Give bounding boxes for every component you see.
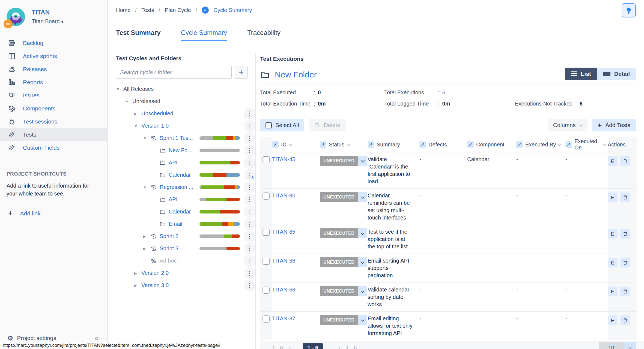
tree-node-label[interactable]: Calendar bbox=[169, 209, 191, 215]
tree-node-label[interactable]: Unreleased bbox=[132, 98, 160, 104]
test-id-link[interactable]: TITAN-68 bbox=[272, 287, 295, 293]
row-checkbox[interactable] bbox=[263, 192, 270, 200]
tree-node-label[interactable]: Version 2.0 bbox=[141, 270, 169, 276]
execute-button[interactable]: E bbox=[608, 192, 618, 202]
kebab-menu-button[interactable]: ⋮ bbox=[244, 230, 256, 242]
sidebar-item-backlog[interactable]: Backlog bbox=[0, 37, 107, 50]
tree-node-label[interactable]: Calendar bbox=[169, 172, 191, 178]
pin-column-icon[interactable] bbox=[467, 141, 474, 148]
status-dropdown[interactable] bbox=[358, 156, 367, 166]
test-id-link[interactable]: TITAN-80 bbox=[272, 192, 295, 198]
status-label[interactable]: UNEXECUTED bbox=[320, 257, 358, 267]
column-header-actions[interactable]: Actions bbox=[608, 142, 637, 148]
execute-button[interactable]: E bbox=[608, 156, 618, 166]
select-all-checkbox[interactable] bbox=[266, 122, 272, 128]
sidebar-item-custom-fields[interactable]: Custom Fields bbox=[0, 141, 107, 154]
sort-chevron-icon[interactable] bbox=[288, 142, 292, 146]
status-label[interactable]: UNEXECUTED bbox=[320, 286, 358, 296]
status-dropdown[interactable] bbox=[358, 257, 367, 267]
delete-button[interactable]: Delete bbox=[309, 119, 346, 131]
kebab-menu-button[interactable]: ⋮ bbox=[244, 157, 256, 169]
chevron-expanded-icon[interactable]: ▼ bbox=[143, 185, 150, 189]
row-checkbox[interactable] bbox=[263, 156, 270, 163]
sidebar-item-issues[interactable]: Issues bbox=[0, 89, 107, 102]
column-header-defects[interactable]: Defects bbox=[419, 141, 467, 148]
tree-node-label[interactable]: API bbox=[169, 196, 177, 203]
chevron-collapsed-icon[interactable]: ▶ bbox=[134, 283, 141, 288]
project-avatar[interactable]: <> bbox=[6, 7, 26, 27]
kebab-menu-button[interactable]: ⋮ bbox=[244, 169, 256, 181]
kebab-menu-button[interactable]: ⋮ bbox=[244, 267, 256, 279]
column-header-status[interactable]: Status bbox=[320, 141, 368, 148]
pin-column-icon[interactable] bbox=[368, 141, 374, 148]
panel-collapse-icon[interactable]: ‹ bbox=[252, 173, 254, 181]
test-id-link[interactable]: TITAN-37 bbox=[272, 315, 295, 321]
chevron-expanded-icon[interactable]: ▼ bbox=[143, 136, 150, 140]
list-view-button[interactable]: List bbox=[565, 68, 597, 80]
kebab-menu-button[interactable]: ⋮ bbox=[244, 243, 256, 255]
detail-view-button[interactable]: Detail bbox=[597, 68, 636, 80]
execute-button[interactable]: E bbox=[608, 315, 618, 325]
status-dropdown[interactable] bbox=[358, 228, 367, 238]
board-selector[interactable]: Titan Board▾ bbox=[32, 18, 63, 25]
columns-button[interactable]: Columns bbox=[548, 119, 588, 131]
sidebar-item-releases[interactable]: Releases bbox=[0, 63, 107, 76]
test-id-link[interactable]: TITAN-85 bbox=[272, 229, 295, 235]
page-size-select[interactable]: 10 bbox=[599, 342, 636, 349]
tree-node-label[interactable]: Email bbox=[169, 221, 182, 227]
delete-row-button[interactable] bbox=[620, 156, 630, 166]
add-cycle-button[interactable]: + bbox=[235, 66, 248, 79]
pin-column-icon[interactable] bbox=[565, 141, 572, 148]
row-checkbox[interactable] bbox=[263, 229, 270, 236]
execute-button[interactable]: E bbox=[608, 287, 618, 296]
delete-row-button[interactable] bbox=[620, 315, 630, 325]
kebab-menu-button[interactable]: ⋮ bbox=[244, 255, 256, 267]
kebab-menu-button[interactable]: ⋮ bbox=[244, 132, 256, 144]
status-dropdown[interactable] bbox=[358, 192, 367, 202]
execute-button[interactable]: E bbox=[608, 258, 618, 267]
add-link-button[interactable]: + Add link bbox=[8, 209, 107, 218]
tree-node-label[interactable]: Regression ... bbox=[160, 184, 193, 190]
test-id-link[interactable]: TITAN-36 bbox=[272, 258, 295, 264]
sort-chevron-icon[interactable] bbox=[346, 142, 350, 146]
tree-node-label[interactable]: Unscheduled bbox=[141, 110, 173, 117]
chevron-collapsed-icon[interactable]: ▶ bbox=[143, 234, 150, 239]
tree-node-label[interactable]: Version 3.0 bbox=[141, 282, 169, 288]
chevron-expanded-icon[interactable]: ▼ bbox=[134, 124, 141, 128]
status-dropdown[interactable] bbox=[358, 315, 367, 325]
pin-column-icon[interactable] bbox=[516, 141, 523, 148]
kebab-menu-button[interactable]: ⋮ bbox=[244, 218, 256, 230]
pin-column-icon[interactable] bbox=[272, 141, 279, 148]
pin-column-icon[interactable] bbox=[320, 141, 326, 148]
chevron-expanded-icon[interactable]: ▼ bbox=[125, 99, 132, 104]
add-tests-button[interactable]: + Add Tests bbox=[592, 119, 636, 131]
kebab-menu-button[interactable]: ⋮ bbox=[244, 145, 256, 157]
kebab-menu-button[interactable]: ⋮ bbox=[244, 181, 256, 193]
sidebar-item-active-sprints[interactable]: Active sprints bbox=[0, 50, 107, 63]
column-header-summary[interactable]: Summary bbox=[368, 141, 419, 148]
breadcrumb-plan-cycle[interactable]: Plan Cycle bbox=[165, 7, 191, 13]
kebab-menu-button[interactable]: ⋮ bbox=[244, 108, 256, 120]
folder-name[interactable]: New Folder bbox=[275, 70, 317, 79]
chevron-collapsed-icon[interactable]: ▶ bbox=[134, 112, 141, 116]
current-page-range[interactable]: 1 - 6 bbox=[303, 343, 323, 349]
tree-node-label[interactable]: New Fo... bbox=[169, 147, 192, 154]
row-checkbox[interactable] bbox=[263, 287, 270, 294]
next-page-arrow[interactable]: › bbox=[338, 344, 340, 349]
breadcrumb-tests[interactable]: Tests bbox=[141, 7, 154, 13]
search-input[interactable] bbox=[116, 66, 232, 79]
page-range-prev[interactable]: 1 - 6 bbox=[272, 345, 283, 349]
delete-row-button[interactable] bbox=[620, 258, 630, 267]
column-header-executed-by[interactable]: Executed By bbox=[516, 141, 565, 148]
status-label[interactable]: UNEXECUTED bbox=[320, 228, 358, 238]
sidebar-item-reports[interactable]: Reports bbox=[0, 76, 107, 89]
test-id-link[interactable]: TITAN-45 bbox=[272, 156, 295, 162]
tree-node-label[interactable]: Ad hoc bbox=[160, 258, 177, 264]
sidebar-item-test-sessions[interactable]: Test sessions bbox=[0, 115, 107, 128]
chevron-expanded-icon[interactable]: ▼ bbox=[116, 87, 123, 91]
status-dropdown[interactable] bbox=[358, 286, 367, 296]
row-checkbox[interactable] bbox=[263, 315, 270, 323]
column-header-executed-on[interactable]: Executed On bbox=[565, 138, 608, 151]
column-header-component[interactable]: Component bbox=[467, 141, 516, 148]
column-header-id[interactable]: ID bbox=[272, 141, 320, 148]
